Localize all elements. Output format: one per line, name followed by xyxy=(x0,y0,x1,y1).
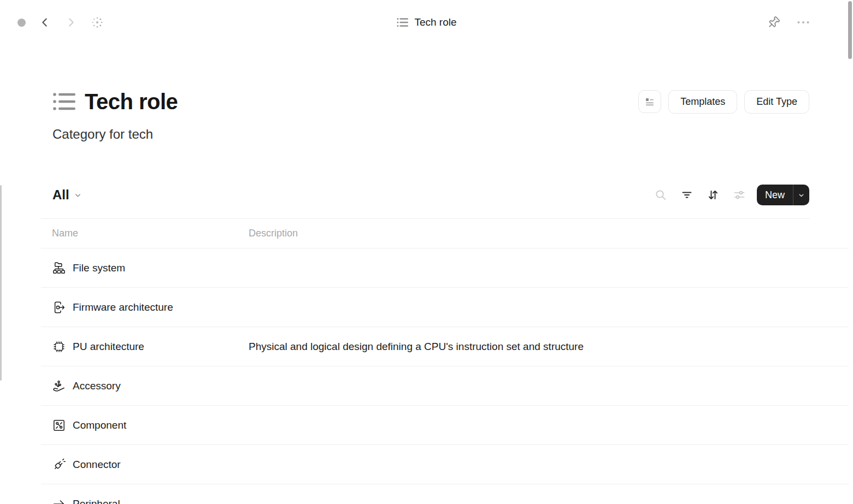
chevron-left-icon xyxy=(39,16,51,28)
edit-type-button[interactable]: Edit Type xyxy=(744,90,809,114)
vertical-scrollbar[interactable] xyxy=(848,1,852,59)
top-bar-right xyxy=(767,0,810,45)
row-name-cell: PU architecture xyxy=(41,340,249,354)
cpu-chip-icon xyxy=(52,340,66,354)
view-controls: All xyxy=(52,182,809,208)
description-layout-icon xyxy=(643,95,656,108)
forward-button[interactable] xyxy=(64,15,78,29)
row-name-cell: Component xyxy=(41,418,249,432)
hand-items-icon xyxy=(52,379,66,393)
row-name: Connector xyxy=(73,459,121,471)
table-row[interactable]: Peripheral xyxy=(41,484,849,504)
chevron-down-icon xyxy=(74,191,82,199)
templates-button[interactable]: Templates xyxy=(668,90,737,114)
table-header: Name Description xyxy=(41,219,849,248)
column-header-name[interactable]: Name xyxy=(41,228,249,239)
chevron-down-icon xyxy=(798,192,805,199)
title-group: Tech role xyxy=(52,90,178,114)
firmware-icon xyxy=(52,300,66,315)
page-title[interactable]: Tech role xyxy=(85,90,178,114)
description-toggle-button[interactable] xyxy=(638,90,661,113)
dots-spinner-button[interactable] xyxy=(90,15,104,29)
window-dot-icon xyxy=(17,19,26,27)
title-actions: Templates Edit Type xyxy=(638,90,809,114)
pin-icon xyxy=(767,15,781,29)
row-name-cell: File system xyxy=(41,261,249,275)
object-list: Name Description File system Firmware ar… xyxy=(41,218,849,504)
type-list-icon-large xyxy=(52,91,77,112)
plug-icon xyxy=(52,458,66,472)
folder-tree-icon xyxy=(52,261,66,275)
filter-button[interactable] xyxy=(680,188,693,201)
row-name: Firmware architecture xyxy=(73,301,173,313)
list-toolbar: New xyxy=(641,185,809,205)
table-row[interactable]: Connector xyxy=(41,445,849,484)
sort-icon xyxy=(707,188,720,201)
filter-icon xyxy=(680,188,693,201)
table-row[interactable]: Firmware architecture xyxy=(41,288,849,327)
type-list-icon xyxy=(396,17,408,28)
view-selector[interactable]: All xyxy=(52,187,82,203)
search-button[interactable] xyxy=(654,188,667,201)
top-bar: Tech role xyxy=(0,0,853,45)
row-name: Component xyxy=(73,419,126,431)
dots-spinner-icon xyxy=(90,14,104,31)
new-object-menu-button[interactable] xyxy=(793,185,809,205)
row-name: Accessory xyxy=(73,380,121,392)
app-window: Tech role Tech role xyxy=(0,0,853,504)
top-bar-title-group: Tech role xyxy=(396,0,456,45)
more-menu-button[interactable] xyxy=(796,15,810,29)
view-selector-label: All xyxy=(52,187,69,203)
row-name: File system xyxy=(73,262,125,274)
sort-button[interactable] xyxy=(707,188,720,201)
arrow-right-icon xyxy=(52,497,66,504)
more-dots-icon xyxy=(796,15,810,29)
row-name-cell: Accessory xyxy=(41,379,249,393)
row-name-cell: Firmware architecture xyxy=(41,300,249,315)
new-object-button[interactable]: New xyxy=(757,185,793,205)
row-name: Peripheral xyxy=(73,498,120,504)
left-edge-scrollbar[interactable] xyxy=(0,185,2,381)
chevron-right-icon xyxy=(65,16,77,28)
title-row: Tech role Templates Edit Type xyxy=(52,90,809,114)
pin-button[interactable] xyxy=(767,15,781,29)
row-name: PU architecture xyxy=(73,341,144,353)
column-header-description[interactable]: Description xyxy=(249,228,849,239)
table-row[interactable]: File system xyxy=(41,248,849,288)
circuit-board-icon xyxy=(52,418,66,432)
top-bar-left xyxy=(17,0,104,45)
view-settings-button[interactable] xyxy=(733,188,746,201)
page-description[interactable]: Category for tech xyxy=(52,127,153,142)
table-row[interactable]: Accessory xyxy=(41,366,849,406)
table-body: File system Firmware architecture PU arc… xyxy=(41,248,849,504)
settings-sliders-icon xyxy=(733,188,746,201)
new-object-split-button: New xyxy=(757,185,809,205)
top-bar-title: Tech role xyxy=(414,16,456,28)
search-icon xyxy=(654,188,667,201)
row-name-cell: Peripheral xyxy=(41,497,249,504)
back-button[interactable] xyxy=(38,15,52,29)
table-row[interactable]: PU architecture Physical and logical des… xyxy=(41,327,849,366)
row-name-cell: Connector xyxy=(41,458,249,472)
table-row[interactable]: Component xyxy=(41,406,849,445)
row-description: Physical and logical design defining a C… xyxy=(249,341,849,353)
